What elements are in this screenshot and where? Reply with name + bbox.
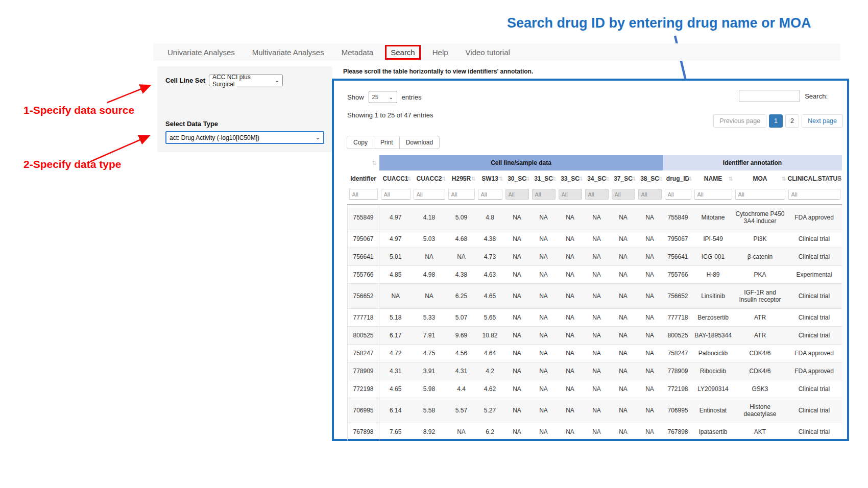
column-header-moa[interactable]: MOA⇅ bbox=[734, 170, 787, 187]
table-cell: NA bbox=[531, 345, 557, 362]
table-cell: 5.01 bbox=[379, 248, 412, 266]
column-label: drug_ID bbox=[666, 175, 689, 182]
sort-icon: ⇅ bbox=[498, 176, 503, 182]
table-cell: NA bbox=[637, 309, 663, 327]
sort-icon: ⇅ bbox=[441, 176, 446, 182]
filter-input-31-sc[interactable] bbox=[532, 189, 556, 200]
table-cell: NA bbox=[557, 327, 584, 345]
table-cell: 5.33 bbox=[412, 309, 447, 327]
data-table: ⇅Cell line/sample dataIdentifier annotat… bbox=[347, 155, 842, 441]
column-header-sw13[interactable]: SW13⇅ bbox=[476, 170, 504, 187]
table-cell: 5.27 bbox=[476, 398, 504, 423]
table-row: 7069956.145.585.575.27NANANANANANA706995… bbox=[348, 398, 842, 423]
table-cell: NA bbox=[584, 309, 610, 327]
table-cell: NA bbox=[504, 380, 531, 398]
table-cell: 6.17 bbox=[379, 327, 412, 345]
download-button[interactable]: Download bbox=[399, 136, 440, 149]
table-cell: 4.63 bbox=[476, 266, 504, 284]
table-cell: Palbociclib bbox=[693, 345, 734, 362]
nav-item-video-tutorial[interactable]: Video tutorial bbox=[466, 48, 510, 57]
column-header-h295r[interactable]: H295R⇅ bbox=[447, 170, 476, 187]
page-button-1[interactable]: 1 bbox=[769, 114, 783, 128]
pagination-pages: 12 bbox=[766, 114, 799, 128]
nav-item-search[interactable]: Search bbox=[385, 45, 421, 60]
filter-input-30-sc[interactable] bbox=[505, 189, 529, 200]
column-header-identifier[interactable]: Identifier bbox=[348, 170, 379, 187]
table-cell: NA bbox=[557, 266, 584, 284]
table-row: 756652NANA6.254.65NANANANANANA756652Lins… bbox=[348, 284, 842, 309]
table-row: 7950674.975.034.684.38NANANANANANA795067… bbox=[348, 230, 842, 248]
table-cell: 4.2 bbox=[476, 362, 504, 380]
sort-icon: ⇅ bbox=[728, 176, 733, 182]
data-type-label: Select Data Type bbox=[165, 120, 324, 128]
table-cell: 758247 bbox=[663, 345, 693, 362]
column-label: 37_SC bbox=[614, 175, 633, 182]
filter-input-33-sc[interactable] bbox=[559, 189, 582, 200]
nav-item-multivariate-analyses[interactable]: Multivariate Analyses bbox=[252, 48, 324, 57]
table-row: 7777185.185.335.075.65NANANANANANA777718… bbox=[348, 309, 842, 327]
nav-item-univariate-analyses[interactable]: Univariate Analyses bbox=[167, 48, 235, 57]
column-header-31-sc[interactable]: 31_SC⇅ bbox=[531, 170, 557, 187]
column-label: 38_SC bbox=[640, 175, 659, 182]
filter-input-clinical-status[interactable] bbox=[788, 189, 840, 200]
column-header-clinical-status[interactable]: CLINICAL.STATUS⇅ bbox=[787, 170, 842, 187]
previous-page-button[interactable]: Previous page bbox=[713, 114, 766, 128]
filter-input-drug-id[interactable] bbox=[665, 189, 691, 200]
table-cell: 756641 bbox=[663, 248, 693, 266]
table-cell: NA bbox=[504, 205, 531, 230]
table-cell: 5.57 bbox=[447, 398, 476, 423]
table-cell: 706995 bbox=[663, 398, 693, 423]
data-type-select[interactable]: act: Drug Activity (-log10[IC50M]) ⌄ bbox=[165, 131, 324, 144]
table-row: 7566415.01NANA4.73NANANANANANA756641ICG-… bbox=[348, 248, 842, 266]
table-cell: NA bbox=[504, 230, 531, 248]
filter-input-cuacc2[interactable] bbox=[414, 189, 445, 200]
column-header-37-sc[interactable]: 37_SC⇅ bbox=[610, 170, 637, 187]
filter-input-name[interactable] bbox=[694, 189, 732, 200]
table-cell: NA bbox=[637, 248, 663, 266]
filter-input-37-sc[interactable] bbox=[612, 189, 635, 200]
filter-input-38-sc[interactable] bbox=[638, 189, 662, 200]
page-length-select[interactable]: 25 ⌄ bbox=[369, 91, 397, 103]
page: Search drug ID by entering drug name or … bbox=[0, 0, 868, 488]
column-header-34-sc[interactable]: 34_SC⇅ bbox=[584, 170, 610, 187]
page-button-2[interactable]: 2 bbox=[785, 114, 799, 128]
column-header-38-sc[interactable]: 38_SC⇅ bbox=[637, 170, 663, 187]
table-cell: Histone deacetylase bbox=[734, 398, 787, 423]
showing-info: Showing 1 to 25 of 47 entries bbox=[347, 111, 433, 119]
cell-line-set-select[interactable]: ACC NCI plus Surgical ⌄ bbox=[209, 75, 283, 86]
table-cell: NA bbox=[379, 284, 412, 309]
annotation-step2: 2-Specify data type bbox=[23, 158, 121, 170]
column-header-33-sc[interactable]: 33_SC⇅ bbox=[557, 170, 584, 187]
next-page-button[interactable]: Next page bbox=[802, 114, 843, 128]
column-header-cuacc2[interactable]: CUACC2⇅ bbox=[412, 170, 447, 187]
table-row: 7582474.724.754.564.64NANANANANANA758247… bbox=[348, 345, 842, 362]
filter-input-h295r[interactable] bbox=[448, 189, 475, 200]
column-header-drug-id[interactable]: drug_ID⇅ bbox=[663, 170, 693, 187]
search-input[interactable] bbox=[739, 90, 800, 102]
column-header-30-sc[interactable]: 30_SC⇅ bbox=[504, 170, 531, 187]
table-cell: 777718 bbox=[663, 309, 693, 327]
nav-item-help[interactable]: Help bbox=[432, 48, 448, 57]
search-label: Search: bbox=[805, 92, 828, 100]
column-header-name[interactable]: NAME⇅ bbox=[693, 170, 734, 187]
filter-input-sw13[interactable] bbox=[478, 189, 502, 200]
print-button[interactable]: Print bbox=[374, 136, 400, 149]
table-cell: NA bbox=[637, 266, 663, 284]
copy-button[interactable]: Copy bbox=[347, 136, 374, 149]
filter-input-identifier[interactable] bbox=[349, 189, 378, 200]
nav-item-metadata[interactable]: Metadata bbox=[342, 48, 374, 57]
column-header-cuacc1[interactable]: CUACC1⇅ bbox=[379, 170, 412, 187]
table-cell: Clinical trial bbox=[787, 380, 842, 398]
search-control: Search: bbox=[739, 90, 828, 102]
filter-input-cuacc1[interactable] bbox=[381, 189, 411, 200]
table-cell: NA bbox=[610, 362, 637, 380]
sort-icon: ⇅ bbox=[525, 176, 529, 182]
table-cell: NA bbox=[531, 327, 557, 345]
identifier-group-header[interactable]: ⇅ bbox=[348, 155, 379, 170]
table-cell: 6.14 bbox=[379, 398, 412, 423]
table-cell: 755849 bbox=[348, 205, 379, 230]
table-cell: 4.38 bbox=[476, 230, 504, 248]
table-cell: 3.91 bbox=[412, 362, 447, 380]
filter-input-34-sc[interactable] bbox=[585, 189, 609, 200]
filter-input-moa[interactable] bbox=[735, 189, 785, 200]
